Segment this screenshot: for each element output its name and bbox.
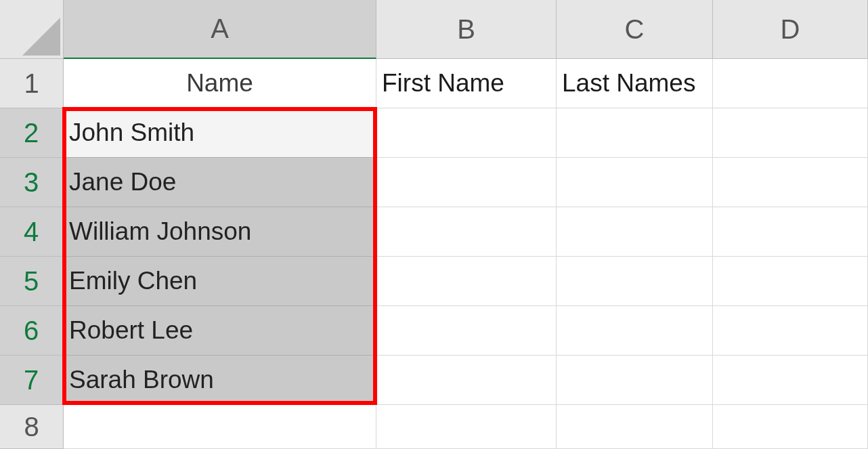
cell-D1[interactable] [713, 59, 868, 108]
cell-value: Sarah Brown [69, 366, 214, 394]
row-header-label: 1 [24, 68, 39, 99]
row-header-1[interactable]: 1 [0, 59, 64, 108]
cell-value: Emily Chen [69, 267, 197, 295]
col-header-A[interactable]: A [64, 0, 376, 59]
col-header-label: D [781, 14, 800, 45]
cell-D8[interactable] [713, 405, 868, 449]
row-header-2[interactable]: 2 [0, 108, 64, 158]
col-header-B[interactable]: B [376, 0, 557, 59]
col-header-label: C [625, 14, 645, 45]
cell-A2[interactable]: John Smith [64, 108, 376, 158]
row-header-6[interactable]: 6 [0, 306, 64, 356]
cell-B5[interactable] [376, 257, 557, 306]
cell-value: Name [186, 69, 253, 98]
cell-C8[interactable] [557, 405, 713, 449]
row-header-label: 6 [24, 316, 39, 346]
cell-A3[interactable]: Jane Doe [64, 158, 376, 207]
row-header-7[interactable]: 7 [0, 356, 64, 405]
cell-value: Jane Doe [69, 168, 176, 196]
cell-C5[interactable] [557, 257, 713, 306]
cell-C2[interactable] [557, 108, 713, 158]
cell-D5[interactable] [713, 257, 868, 306]
row-header-8[interactable]: 8 [0, 405, 64, 449]
cell-D7[interactable] [713, 356, 868, 405]
cell-C6[interactable] [557, 306, 713, 356]
row-header-label: 5 [24, 266, 39, 297]
col-header-C[interactable]: C [557, 0, 713, 59]
cell-value: John Smith [69, 119, 194, 147]
cell-B7[interactable] [376, 356, 557, 405]
row-header-5[interactable]: 5 [0, 257, 64, 306]
cell-A8[interactable] [64, 405, 376, 449]
col-header-D[interactable]: D [713, 0, 868, 59]
cell-D4[interactable] [713, 207, 868, 257]
cell-A1[interactable]: Name [64, 59, 376, 108]
cell-value: William Johnson [69, 217, 251, 246]
cell-A5[interactable]: Emily Chen [64, 257, 376, 306]
cell-C7[interactable] [557, 356, 713, 405]
cell-value: Last Names [562, 69, 695, 98]
cell-B8[interactable] [376, 405, 557, 449]
cell-B3[interactable] [376, 158, 557, 207]
row-header-label: 8 [24, 412, 39, 442]
cell-D2[interactable] [713, 108, 868, 158]
col-header-label: B [457, 14, 475, 45]
cell-C1[interactable]: Last Names [557, 59, 713, 108]
cell-D6[interactable] [713, 306, 868, 356]
row-header-label: 2 [24, 118, 39, 148]
grid[interactable]: A B C D 1 Name First Name Last Names 2 J… [0, 0, 868, 449]
col-header-label: A [211, 14, 229, 44]
cell-B4[interactable] [376, 207, 557, 257]
row-header-4[interactable]: 4 [0, 207, 64, 257]
select-all-corner[interactable] [0, 0, 64, 59]
row-header-label: 4 [24, 217, 39, 247]
cell-B2[interactable] [376, 108, 557, 158]
spreadsheet-view: A B C D 1 Name First Name Last Names 2 J… [0, 0, 868, 449]
cell-B1[interactable]: First Name [376, 59, 557, 108]
cell-C4[interactable] [557, 207, 713, 257]
cell-A6[interactable]: Robert Lee [64, 306, 376, 356]
row-header-3[interactable]: 3 [0, 158, 64, 207]
cell-C3[interactable] [557, 158, 713, 207]
row-header-label: 3 [24, 167, 39, 198]
cell-A7[interactable]: Sarah Brown [64, 356, 376, 405]
cell-D3[interactable] [713, 158, 868, 207]
row-header-label: 7 [24, 365, 39, 395]
cell-value: Robert Lee [69, 316, 193, 345]
cell-A4[interactable]: William Johnson [64, 207, 376, 257]
cell-B6[interactable] [376, 306, 557, 356]
cell-value: First Name [382, 69, 504, 98]
